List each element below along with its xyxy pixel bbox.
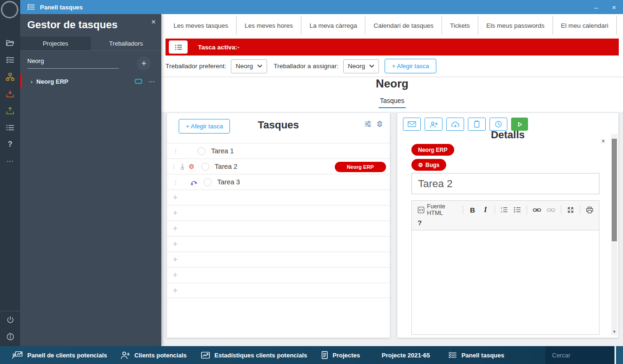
unlink-button[interactable] — [545, 206, 557, 214]
add-task-row[interactable]: + — [167, 267, 390, 283]
folder-icon[interactable] — [0, 36, 20, 50]
task-checkbox[interactable] — [197, 147, 205, 155]
task-label[interactable]: Tarea 1 — [211, 147, 234, 155]
tasks-card: + Afegir tasca Tasques ⋮ Tarea 1 ⋮ — [167, 113, 390, 338]
active-task-list-button[interactable] — [169, 40, 188, 54]
bottombar-item-projecte-2021-65[interactable]: Projecte 2021-65 — [382, 352, 430, 359]
export-tray-icon[interactable] — [0, 103, 20, 118]
add-task-row[interactable]: + — [167, 283, 390, 298]
person-add-icon — [120, 351, 130, 359]
bullet-list-button[interactable] — [512, 205, 523, 214]
details-close-icon[interactable]: × — [601, 137, 605, 145]
scrollbar-down-arrow[interactable]: ▼ — [611, 329, 617, 334]
bottombar-item-estadistiques[interactable]: Estadístiques clients potencials — [201, 351, 307, 359]
editor-content-area[interactable] — [411, 230, 599, 335]
add-project-button[interactable]: + — [137, 56, 151, 71]
panel-tabs: Projectes Treballadors — [20, 37, 161, 51]
add-task-row[interactable]: + — [167, 252, 390, 267]
task-title-input[interactable] — [411, 173, 599, 194]
bottombar-item-clients-potencials[interactable]: Clients potencials — [120, 351, 187, 359]
panel-close-icon[interactable]: × — [151, 18, 156, 26]
window-titlebar: Panell tasques – × — [20, 0, 623, 14]
drag-handle-icon[interactable]: ⋮ — [171, 163, 177, 170]
task-list-icon[interactable] — [0, 53, 20, 67]
toolbar-separator — [527, 205, 527, 214]
task-row[interactable]: ⋮ Tarea 3 — [167, 174, 390, 190]
bottombar-item-panell-tasques[interactable]: Panell tasques — [448, 351, 504, 359]
project-badge[interactable]: Neorg ERP — [335, 162, 386, 172]
task-row[interactable]: ⋮ Tarea 1 — [167, 143, 390, 158]
task-label[interactable]: Tarea 2 — [215, 163, 237, 170]
bold-button[interactable]: B — [466, 206, 478, 214]
plus-icon: + — [173, 223, 178, 234]
add-task-row[interactable]: + — [167, 205, 390, 221]
help-icon[interactable]: ? — [0, 137, 20, 151]
tab-la-meva-carrega[interactable]: La meva càrrega — [301, 16, 365, 35]
task-checkbox[interactable] — [201, 163, 209, 171]
bottombar-item-leads-panel[interactable]: Panell de clients potencials — [12, 351, 107, 359]
more-icon[interactable]: ⋯ — [0, 154, 20, 168]
plus-icon: + — [173, 285, 178, 296]
tab-tickets[interactable]: Tickets — [442, 16, 478, 35]
tab-les-meves-tasques[interactable]: Les meves tasques — [166, 16, 236, 35]
workspace: + Afegir tasca Tasques ⋮ Tarea 1 ⋮ — [161, 112, 623, 346]
editor-help-button[interactable]: ? — [416, 219, 424, 227]
add-task-button[interactable]: + Afegir tasca — [385, 59, 436, 73]
drag-handle-icon[interactable]: ⋮ — [173, 179, 179, 186]
tab-projectes[interactable]: Projectes — [20, 37, 91, 50]
task-row[interactable]: ⋮ ⚙ Tarea 2 Neorg ERP — [167, 158, 390, 174]
item-more-icon[interactable]: ⋯ — [149, 78, 156, 85]
chevron-right-icon[interactable]: › — [31, 78, 32, 85]
drag-handle-icon[interactable]: ⋮ — [173, 148, 179, 155]
preferred-worker-label: Treballador preferent: — [166, 63, 226, 70]
power-icon[interactable] — [0, 313, 20, 327]
taskbar-end-button[interactable] — [615, 346, 623, 364]
list-icon[interactable] — [0, 120, 20, 135]
scrollbar-thumb[interactable] — [612, 139, 617, 241]
link-button[interactable] — [531, 206, 543, 214]
source-html-button[interactable]: Fuente HTML — [416, 202, 459, 218]
project-item-label: Neorg ERP — [36, 78, 68, 85]
tag-icon[interactable] — [134, 79, 142, 84]
numbered-list-button[interactable]: 12 — [498, 205, 510, 214]
preferred-worker-select[interactable]: Neorg — [231, 59, 267, 73]
hierarchy-icon[interactable] — [0, 70, 20, 84]
category-badge[interactable]: ⚙ Bugs — [411, 159, 446, 171]
maximize-button[interactable] — [565, 205, 576, 215]
user-menu[interactable]: R-Robert Valdés — [616, 16, 623, 35]
task-list-icon — [27, 3, 35, 11]
minimize-button[interactable]: – — [588, 0, 604, 14]
tab-les-meves-hores[interactable]: Les meves hores — [236, 16, 301, 35]
details-scrollbar[interactable]: ▼ — [611, 134, 617, 335]
project-item-neorg-erp[interactable]: › Neorg ERP ⋯ — [20, 74, 161, 88]
assign-worker-select[interactable]: Neorg — [343, 59, 379, 73]
tab-treballadors[interactable]: Treballadors — [91, 37, 161, 50]
taskbar-search-input[interactable] — [545, 346, 615, 364]
task-label[interactable]: Tarea 3 — [217, 178, 240, 186]
project-search-input[interactable] — [27, 55, 119, 69]
add-task-row[interactable]: + — [167, 221, 390, 236]
project-title: Neorg — [161, 77, 623, 90]
active-task-label: Tasca activa:- — [198, 44, 239, 51]
italic-button[interactable]: I — [480, 206, 490, 214]
info-icon[interactable] — [0, 330, 20, 344]
close-window-button[interactable]: × — [606, 0, 622, 14]
bottombar-item-projectes[interactable]: Projectes — [321, 351, 360, 359]
sort-updown-icon[interactable] — [376, 120, 383, 128]
toolbar-separator — [580, 205, 580, 214]
badge-label: Neorg ERP — [418, 147, 448, 153]
add-task-row[interactable]: + — [167, 236, 390, 252]
tab-calendari-de-tasques[interactable]: Calendari de tasques — [365, 16, 442, 35]
gear-icon: ⚙ — [418, 162, 423, 168]
document-icon — [321, 351, 328, 359]
svg-text:1: 1 — [501, 206, 502, 209]
tab-els-meus-passwords[interactable]: Els meus passwords — [478, 16, 552, 35]
task-checkbox[interactable] — [204, 178, 212, 186]
tab-tasques[interactable]: Tasques — [379, 97, 406, 108]
filter-sliders-icon[interactable] — [364, 120, 372, 128]
add-task-row[interactable]: + — [167, 190, 390, 205]
print-button[interactable] — [584, 205, 595, 215]
import-tray-icon[interactable] — [0, 87, 20, 101]
project-badge[interactable]: Neorg ERP — [411, 144, 454, 156]
tab-el-meu-calendari[interactable]: El meu calendari — [552, 16, 616, 35]
